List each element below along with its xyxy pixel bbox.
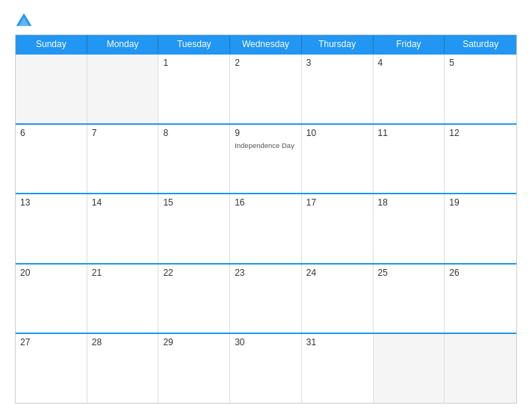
- day-number: 21: [92, 268, 154, 278]
- day-number: 4: [378, 58, 440, 68]
- day-cell: 9Independence Day: [230, 125, 302, 194]
- day-number: 16: [235, 197, 297, 208]
- day-number: 11: [378, 128, 440, 138]
- day-cell: 27: [16, 334, 87, 403]
- weeks: 123456789Independence Day101112131415161…: [16, 53, 516, 403]
- day-cell: 19: [445, 194, 516, 263]
- day-number: 17: [306, 197, 368, 208]
- day-header-sunday: Sunday: [16, 35, 87, 53]
- holiday-label: Independence Day: [235, 141, 297, 150]
- day-header-monday: Monday: [87, 35, 159, 53]
- day-header-thursday: Thursday: [302, 35, 374, 53]
- day-cell: 21: [87, 265, 159, 333]
- week-row-2: 6789Independence Day101112: [16, 123, 516, 194]
- day-header-wednesday: Wednesday: [230, 35, 302, 53]
- day-cell: 28: [87, 334, 159, 403]
- week-row-3: 13141516171819: [16, 193, 516, 263]
- day-number: 13: [20, 197, 82, 208]
- week-row-1: 12345: [16, 53, 516, 123]
- day-number: 20: [20, 268, 82, 278]
- day-cell: 15: [158, 194, 230, 263]
- day-cell: 30: [230, 334, 302, 403]
- day-number: 19: [449, 197, 512, 208]
- day-cell: 23: [230, 265, 302, 333]
- day-number: 7: [92, 128, 154, 138]
- day-cell: [374, 334, 445, 403]
- day-number: 22: [163, 268, 225, 278]
- day-cell: 18: [374, 194, 445, 263]
- day-cell: 7: [87, 125, 159, 194]
- day-number: 6: [20, 128, 82, 138]
- day-number: 31: [306, 337, 368, 347]
- day-number: 27: [20, 337, 82, 347]
- day-number: 8: [163, 128, 225, 138]
- day-cell: 6: [16, 125, 87, 194]
- day-cell: 11: [374, 125, 445, 194]
- week-row-5: 2728293031: [16, 333, 516, 403]
- day-cell: 2: [230, 55, 302, 123]
- day-cell: 3: [302, 55, 374, 123]
- day-cell: 29: [158, 334, 230, 403]
- day-number: 15: [163, 197, 225, 208]
- day-cell: [16, 55, 87, 123]
- day-cell: 8: [158, 125, 230, 194]
- week-row-4: 20212223242526: [16, 263, 516, 333]
- day-number: 26: [449, 268, 512, 278]
- day-cell: 22: [158, 265, 230, 333]
- header: [15, 12, 517, 30]
- day-cell: 17: [302, 194, 374, 263]
- day-number: 28: [92, 337, 154, 347]
- day-cell: 26: [445, 265, 516, 333]
- day-number: 1: [163, 58, 225, 68]
- day-number: 29: [163, 337, 225, 347]
- day-cell: [445, 334, 516, 403]
- calendar-page: SundayMondayTuesdayWednesdayThursdayFrid…: [0, 0, 532, 411]
- day-number: 18: [378, 197, 440, 208]
- day-number: 14: [92, 197, 154, 208]
- day-cell: 31: [302, 334, 374, 403]
- day-number: 10: [306, 128, 368, 138]
- day-number: 12: [449, 128, 512, 138]
- day-cell: 13: [16, 194, 87, 263]
- day-header-friday: Friday: [374, 35, 445, 53]
- day-cell: 1: [158, 55, 230, 123]
- day-cell: 24: [302, 265, 374, 333]
- day-number: 25: [378, 268, 440, 278]
- day-cell: 25: [374, 265, 445, 333]
- day-number: 5: [449, 58, 512, 68]
- day-number: 3: [306, 58, 368, 68]
- day-header-tuesday: Tuesday: [158, 35, 230, 53]
- day-number: 9: [235, 128, 297, 138]
- day-number: 2: [235, 58, 297, 68]
- day-cell: 20: [16, 265, 87, 333]
- day-cell: 14: [87, 194, 159, 263]
- day-header-saturday: Saturday: [445, 35, 516, 53]
- logo-icon: [15, 12, 33, 30]
- logo: [15, 12, 36, 30]
- day-cell: 5: [445, 55, 516, 123]
- day-cell: 4: [374, 55, 445, 123]
- day-cell: 12: [445, 125, 516, 194]
- day-headers: SundayMondayTuesdayWednesdayThursdayFrid…: [16, 35, 516, 53]
- day-cell: 10: [302, 125, 374, 194]
- day-cell: [87, 55, 159, 123]
- calendar-grid: SundayMondayTuesdayWednesdayThursdayFrid…: [15, 34, 517, 404]
- day-number: 24: [306, 268, 368, 278]
- day-cell: 16: [230, 194, 302, 263]
- day-number: 23: [235, 268, 297, 278]
- day-number: 30: [235, 337, 297, 347]
